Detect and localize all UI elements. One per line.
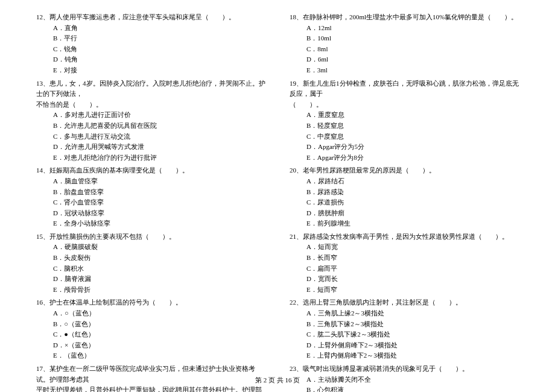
- options: A．尿路结石 B．尿路感染 C．尿道损伤 D．膀胱肿瘤 E．前列腺增生: [290, 176, 519, 229]
- option-b: B．○（蓝色）: [53, 319, 265, 330]
- option-d: D．×（蓝色）: [53, 340, 265, 351]
- question-text: 12、两人使用平车搬运患者，应注意使平车头端和床尾呈（ ）。: [36, 12, 265, 23]
- question-text: 16、护士在体温单上绘制肛温的符号为（ ）。: [36, 297, 265, 308]
- option-e: E．3ml: [306, 65, 519, 76]
- question-16: 16、护士在体温单上绘制肛温的符号为（ ）。 A．○（蓝色） B．○（蓝色） C…: [36, 297, 265, 361]
- option-e: E．上臂内侧肩峰下2～3横指处: [306, 350, 519, 361]
- option-d: D．冠状动脉痉挛: [53, 208, 265, 219]
- option-c: C．肱二头肌下缘2～3横指处: [306, 329, 519, 340]
- option-d: D．脑脊液漏: [53, 274, 265, 285]
- option-e: E．颅骨骨折: [53, 285, 265, 296]
- question-text: 14、妊娠期高血压疾病的基本病理变化是（ ）。: [36, 165, 265, 176]
- options: A．硬脑膜破裂 B．头皮裂伤 C．脑积水 D．脑脊液漏 E．颅骨骨折: [36, 242, 265, 295]
- option-c: C．●（红色）: [53, 329, 265, 340]
- option-e: E．Apgar评分为8分: [306, 153, 519, 163]
- options: A．多对患儿进行正面讨价 B．允许患儿把喜爱的玩具留在医院 C．多与患儿进行互动…: [36, 110, 265, 163]
- option-c: C．多与患儿进行互动交流: [53, 131, 265, 142]
- option-a: A．直角: [53, 23, 265, 34]
- options: A．○（蓝色） B．○（蓝色） C．●（红色） D．×（蓝色） E．（蓝色）: [36, 308, 265, 361]
- question-text: 13、患儿，女，4岁。因肺炎入院治疗。入院时患儿拒绝治疗，并哭闹不止。护士的下列…: [36, 78, 265, 100]
- options: A．12ml B．10ml C．8ml D．6ml E．3ml: [290, 23, 519, 76]
- question-13: 13、患儿，女，4岁。因肺炎入院治疗。入院时患儿拒绝治疗，并哭闹不止。护士的下列…: [36, 78, 265, 163]
- question-19: 19、新生儿生后1分钟检查，皮肤苍白，无呼吸和心跳，肌张力松弛，弹足底无反应，属…: [290, 78, 519, 163]
- option-c: C．中度窒息: [306, 131, 519, 142]
- option-e: E．对患儿拒绝治疗的行为进行批评: [53, 153, 265, 163]
- question-text: 19、新生儿生后1分钟检查，皮肤苍白，无呼吸和心跳，肌张力松弛，弹足底无反应，属…: [290, 78, 519, 100]
- option-a: A．多对患儿进行正面讨价: [53, 110, 265, 121]
- option-c: C．8ml: [306, 44, 519, 55]
- option-b: B．胎盘血管痉挛: [53, 187, 265, 198]
- option-c: C．肾小血管痉挛: [53, 197, 265, 208]
- options: A．脑血管痉挛 B．胎盘血管痉挛 C．肾小血管痉挛 D．冠状动脉痉挛 E．全身小…: [36, 176, 265, 229]
- option-c: C．锐角: [53, 44, 265, 55]
- option-a: A．尿路结石: [306, 176, 519, 187]
- question-15: 15、开放性脑损伤的主要表现不包括（ ）。 A．硬脑膜破裂 B．头皮裂伤 C．脑…: [36, 232, 265, 296]
- question-text: 22、选用上臂三角肌做肌内注射时，其注射区是（ ）。: [290, 297, 519, 308]
- question-text: 23、吸气时出现脉搏显著减弱甚消失的现象可见于（ ）。: [290, 364, 519, 375]
- option-a: A．硬脑膜破裂: [53, 242, 265, 253]
- question-continuation: 平时无护理差错，且普外科护士严重短缺，因此聘用其任普外科护士。护理部的做法违反的…: [36, 385, 265, 392]
- question-continuation: 不恰当的是（ ）。: [36, 101, 103, 108]
- option-b: B．三角肌下缘2～3横指处: [306, 319, 519, 330]
- options: A．短而宽 B．长而窄 C．扁而平 D．宽而长 E．短而窄: [290, 242, 519, 295]
- option-b: B．尿路感染: [306, 187, 519, 198]
- option-b: B．长而窄: [306, 253, 519, 264]
- option-a: A．重度窒息: [306, 110, 519, 121]
- option-d: D．上臂外侧肩峰下2～3横指处: [306, 340, 519, 351]
- option-c: C．脑积水: [53, 264, 265, 274]
- option-d: D．钝角: [53, 54, 265, 65]
- option-b: B．10ml: [306, 33, 519, 44]
- question-text: 20、老年男性尿路梗阻最常见的原因是（ ）。: [290, 165, 519, 176]
- option-e: E．对接: [53, 65, 265, 76]
- left-column: 12、两人使用平车搬运患者，应注意使平车头端和床尾呈（ ）。 A．直角 B．平行…: [36, 12, 265, 392]
- option-d: D．允许患儿用哭喊等方式发泄: [53, 142, 265, 153]
- option-e: E．短而窄: [306, 285, 519, 296]
- option-b: B．平行: [53, 33, 265, 44]
- options: A．直角 B．平行 C．锐角 D．钝角 E．对接: [36, 23, 265, 76]
- option-b: B．头皮裂伤: [53, 253, 265, 264]
- right-column: 18、在静脉补钾时，200ml生理盐水中最多可加入10%氯化钾的量是（ ）。 A…: [290, 12, 519, 392]
- option-b: B．轻度窒息: [306, 121, 519, 131]
- option-e: E．前列腺增生: [306, 218, 519, 229]
- question-text: 18、在静脉补钾时，200ml生理盐水中最多可加入10%氯化钾的量是（ ）。: [290, 12, 519, 23]
- question-text: 21、尿路感染女性发病率高于男性，是因为女性尿道较男性尿道（ ）。: [290, 232, 519, 242]
- option-e: E．全身小动脉痉挛: [53, 218, 265, 229]
- option-a: A．短而宽: [306, 242, 519, 253]
- option-c: C．扁而平: [306, 264, 519, 274]
- option-b: B．允许患儿把喜爱的玩具留在医院: [53, 121, 265, 131]
- option-b: B．心包积液: [306, 385, 519, 392]
- option-d: D．膀胱肿瘤: [306, 208, 519, 219]
- option-a: A．12ml: [306, 23, 519, 34]
- option-d: D．6ml: [306, 54, 519, 65]
- question-20: 20、老年男性尿路梗阻最常见的原因是（ ）。 A．尿路结石 B．尿路感染 C．尿…: [290, 165, 519, 229]
- option-a: A．○（蓝色）: [53, 308, 265, 319]
- question-22: 22、选用上臂三角肌做肌内注射时，其注射区是（ ）。 A．三角肌上缘2～3横指处…: [290, 297, 519, 361]
- question-text: 15、开放性脑损伤的主要表现不包括（ ）。: [36, 232, 265, 242]
- question-21: 21、尿路感染女性发病率高于男性，是因为女性尿道较男性尿道（ ）。 A．短而宽 …: [290, 232, 519, 296]
- option-c: C．尿道损伤: [306, 197, 519, 208]
- options: A．重度窒息 B．轻度窒息 C．中度窒息 D．Apgar评分为5分 E．Apga…: [290, 110, 519, 163]
- question-continuation: （ ）。: [290, 100, 519, 110]
- options: A．三角肌上缘2～3横指处 B．三角肌下缘2～3横指处 C．肱二头肌下缘2～3横…: [290, 308, 519, 361]
- question-18: 18、在静脉补钾时，200ml生理盐水中最多可加入10%氯化钾的量是（ ）。 A…: [290, 12, 519, 76]
- question-12: 12、两人使用平车搬运患者，应注意使平车头端和床尾呈（ ）。 A．直角 B．平行…: [36, 12, 265, 76]
- option-d: D．宽而长: [306, 274, 519, 285]
- option-d: D．Apgar评分为5分: [306, 142, 519, 153]
- option-a: A．脑血管痉挛: [53, 176, 265, 187]
- question-14: 14、妊娠期高血压疾病的基本病理变化是（ ）。 A．脑血管痉挛 B．胎盘血管痉挛…: [36, 165, 265, 229]
- option-a: A．三角肌上缘2～3横指处: [306, 308, 519, 319]
- page-footer: 第 2 页 共 16 页: [0, 376, 555, 385]
- option-e: E．（蓝色）: [53, 350, 265, 361]
